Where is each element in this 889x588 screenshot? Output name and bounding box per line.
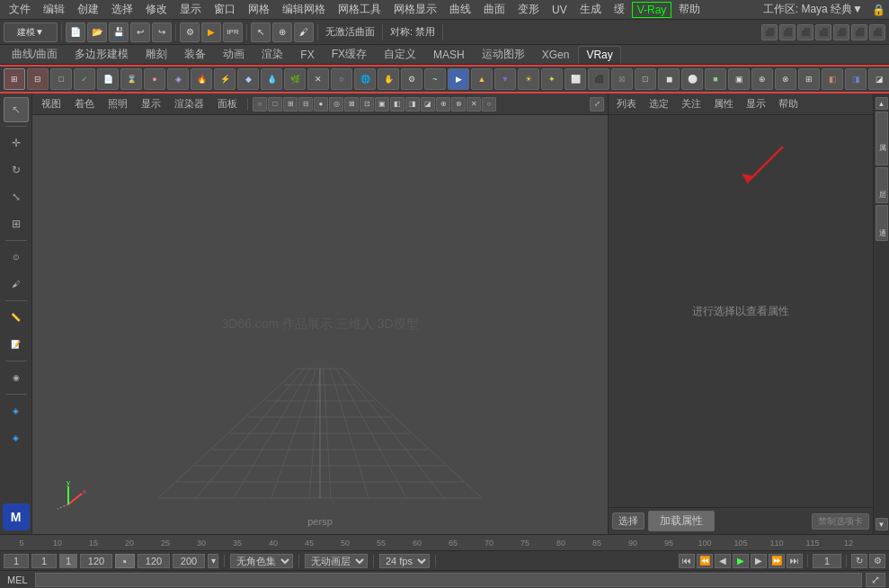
menu-help[interactable]: 帮助 [673, 0, 706, 19]
measure-tool[interactable]: 📏 [4, 305, 29, 330]
vray-btn-10[interactable]: ⚡ [214, 68, 236, 90]
vp-icon-10[interactable]: ◧ [390, 97, 404, 111]
range-start-input[interactable] [138, 554, 170, 568]
menu-cache[interactable]: 缓 [609, 0, 630, 19]
mel-maximize-btn[interactable]: ⤢ [866, 573, 885, 587]
vp-icon-14[interactable]: ⊗ [451, 97, 466, 111]
menu-generate[interactable]: 生成 [574, 0, 607, 19]
vray-btn-35[interactable]: ⊞ [798, 68, 820, 90]
rp-focus-btn[interactable]: 关注 [677, 96, 706, 111]
vray-btn-15[interactable]: ○ [331, 68, 352, 90]
vp-icon-6[interactable]: ◎ [329, 97, 343, 111]
menu-mesh-display[interactable]: 网格显示 [388, 0, 442, 19]
vray-btn-12[interactable]: 💧 [261, 68, 282, 90]
toolbar-right-btn5[interactable]: ⬛ [833, 24, 849, 40]
char-set-dropdown[interactable]: 无角色集 [230, 554, 293, 568]
disable-tab-btn[interactable]: 禁制选项卡 [812, 513, 869, 530]
tab-vray[interactable]: VRay [578, 46, 620, 64]
vp-icon-12[interactable]: ◪ [421, 97, 435, 111]
load-attr-btn[interactable]: 加载属性 [648, 511, 715, 531]
show-manip-tool[interactable]: ◉ [4, 365, 29, 390]
menu-create[interactable]: 创建 [72, 0, 104, 19]
menu-select[interactable]: 选择 [106, 0, 138, 19]
vray-btn-21[interactable]: ▲ [471, 68, 493, 90]
redo-btn[interactable]: ↪ [152, 22, 172, 42]
toolbar-right-btn1[interactable]: ⬛ [761, 24, 778, 40]
vp-lighting-menu[interactable]: 照明 [102, 95, 133, 112]
menu-modify[interactable]: 修改 [140, 0, 173, 19]
vray-btn-25[interactable]: ⬜ [565, 68, 586, 90]
vray-btn-33[interactable]: ⊕ [751, 68, 773, 90]
custom-tool-2[interactable]: ◈ [4, 425, 29, 450]
vray-btn-29[interactable]: ◼ [658, 68, 680, 90]
vray-btn-34[interactable]: ⊗ [775, 68, 796, 90]
lasso-btn[interactable]: ⊕ [272, 22, 292, 42]
scale-tool[interactable]: ⤡ [4, 184, 29, 209]
rs-btn-4[interactable]: 通 [876, 205, 888, 241]
next-key-btn[interactable]: ⏩ [769, 554, 785, 568]
vray-btn-26[interactable]: ⬛ [588, 68, 609, 90]
vray-btn-13[interactable]: 🌿 [284, 68, 306, 90]
prev-key-btn[interactable]: ⏪ [697, 554, 713, 568]
tab-motion-graphics[interactable]: 运动图形 [474, 44, 533, 65]
menu-display[interactable]: 显示 [174, 0, 207, 19]
toolbar-right-btn3[interactable]: ⬛ [797, 24, 813, 40]
render-settings-btn[interactable]: ⚙ [180, 22, 200, 42]
vray-btn-38[interactable]: ◪ [868, 68, 889, 90]
tab-fx-cache[interactable]: FX缓存 [324, 44, 375, 65]
snap-tool[interactable]: ⊙ [4, 245, 29, 270]
menu-file[interactable]: 文件 [4, 0, 36, 19]
menu-edit[interactable]: 编辑 [38, 0, 70, 19]
vray-btn-30[interactable]: ⚪ [681, 68, 703, 90]
rs-btn-2[interactable]: 属 [876, 111, 888, 165]
vray-btn-17[interactable]: ✋ [378, 68, 399, 90]
vp-icon-16[interactable]: ○ [482, 97, 496, 111]
select-tool[interactable]: ↖ [4, 97, 29, 122]
vray-btn-11[interactable]: ◆ [237, 68, 259, 90]
open-scene-btn[interactable]: 📂 [87, 22, 107, 42]
vray-btn-32[interactable]: ▣ [728, 68, 750, 90]
vray-btn-16[interactable]: 🌐 [354, 68, 376, 90]
frame-start-input[interactable] [4, 554, 29, 568]
vp-maximize-btn[interactable]: ⤢ [590, 97, 604, 111]
vp-icon-13[interactable]: ⊕ [436, 97, 450, 111]
vp-icon-9[interactable]: ▣ [375, 97, 389, 111]
rs-btn-1[interactable]: ▲ [876, 97, 888, 110]
tab-polygon[interactable]: 多边形建模 [67, 44, 137, 65]
menu-mesh[interactable]: 网格 [243, 0, 275, 19]
rp-select-btn[interactable]: 选定 [645, 96, 673, 111]
rotate-tool[interactable]: ↻ [4, 157, 29, 183]
tab-rendering[interactable]: 渲染 [253, 44, 291, 65]
vp-icon-1[interactable]: ○ [253, 97, 267, 111]
tab-mash[interactable]: MASH [425, 46, 473, 64]
vray-btn-36[interactable]: ◧ [822, 68, 843, 90]
vp-icon-8[interactable]: ⊡ [360, 97, 374, 111]
vray-btn-9[interactable]: 🔥 [191, 68, 212, 90]
vp-icon-7[interactable]: ⊠ [344, 97, 359, 111]
move-tool[interactable]: ✛ [4, 130, 29, 156]
menu-edit-mesh[interactable]: 编辑网格 [277, 0, 331, 19]
vp-view-menu[interactable]: 视图 [36, 95, 67, 112]
vp-renderer-menu[interactable]: 渲染器 [169, 95, 209, 112]
loop-btn[interactable]: ↻ [851, 554, 867, 568]
tab-sculpt[interactable]: 雕刻 [138, 44, 175, 65]
prev-frame-btn[interactable]: ◀ [715, 554, 731, 568]
vray-btn-1[interactable]: ⊞ [4, 68, 25, 90]
transform-tool[interactable]: ⊞ [4, 211, 29, 236]
render-btn[interactable]: ▶ [201, 22, 221, 42]
tab-xgen[interactable]: XGen [534, 46, 578, 64]
rp-list-btn[interactable]: 列表 [612, 96, 641, 111]
vray-btn-22[interactable]: ▼ [494, 68, 516, 90]
ipr-btn[interactable]: IPR [223, 22, 243, 42]
vray-btn-14[interactable]: ✕ [307, 68, 329, 90]
custom-tool-1[interactable]: ◈ [4, 398, 29, 423]
vray-btn-6[interactable]: ⌛ [120, 68, 142, 90]
tab-fx[interactable]: FX [292, 46, 322, 64]
select-tool-btn[interactable]: ↖ [251, 22, 271, 42]
save-scene-btn[interactable]: 💾 [109, 22, 129, 42]
next-frame-btn[interactable]: ▶ [751, 554, 767, 568]
vray-btn-20[interactable]: ▶ [448, 68, 469, 90]
vp-icon-4[interactable]: ⊟ [298, 97, 313, 111]
vp-icon-15[interactable]: ✕ [467, 97, 481, 111]
paint-btn[interactable]: 🖌 [294, 22, 314, 42]
